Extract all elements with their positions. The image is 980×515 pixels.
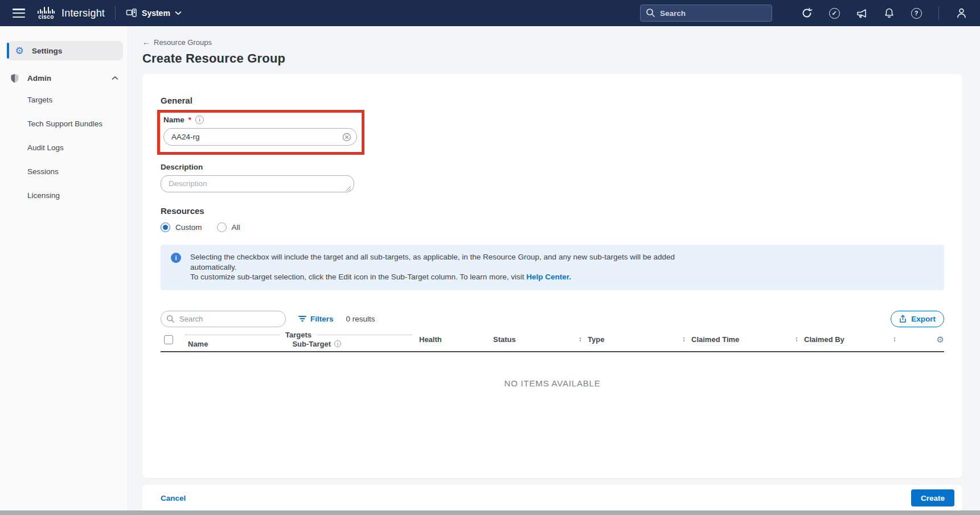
- table-header: Targets Name Sub-Target i Health Status …: [161, 331, 944, 352]
- chevron-up-icon: [112, 76, 118, 80]
- radio-unselected-icon: [217, 223, 227, 232]
- active-indicator: [7, 43, 9, 59]
- admin-shield-icon: [9, 73, 20, 83]
- resources-section-heading: Resources: [161, 206, 944, 216]
- cisco-wordmark: cisco: [38, 14, 54, 20]
- hamburger-menu-icon[interactable]: [13, 9, 25, 18]
- main-content: ← Resource Groups Create Resource Group …: [128, 26, 980, 515]
- create-resource-group-card: General Name * i Description: [142, 74, 962, 478]
- select-all-checkbox[interactable]: [164, 335, 173, 344]
- empty-state-message: NO ITEMS AVAILABLE: [161, 378, 944, 388]
- export-label: Export: [911, 315, 936, 323]
- column-header-type[interactable]: Type: [581, 331, 683, 349]
- global-search-input[interactable]: [640, 5, 772, 22]
- name-field-highlight: Name * i: [157, 110, 364, 155]
- page-title: Create Resource Group: [142, 51, 980, 66]
- column-header-health[interactable]: Health: [412, 331, 486, 349]
- table-search-input[interactable]: [161, 311, 286, 327]
- sidebar-item-targets[interactable]: Targets: [0, 88, 128, 112]
- sidebar-item-label: Admin: [27, 74, 51, 83]
- settings-gear-icon: ⚙: [14, 46, 25, 56]
- info-icon: i: [171, 253, 181, 263]
- sidebar-item-settings[interactable]: ⚙ Settings: [7, 41, 123, 60]
- column-header-status[interactable]: Status: [486, 331, 580, 349]
- column-header-sub-target[interactable]: Sub-Target i: [292, 340, 341, 348]
- scope-selector[interactable]: System: [126, 8, 182, 18]
- name-info-icon: i: [195, 116, 204, 124]
- product-name: Intersight: [61, 7, 105, 20]
- help-center-link[interactable]: Help Center.: [526, 273, 571, 281]
- name-label: Name: [163, 116, 184, 124]
- sidebar-item-label: Settings: [32, 47, 62, 55]
- filters-button[interactable]: Filters: [298, 315, 334, 323]
- sidebar: ⚙ Settings Admin Targets Tech Support Bu…: [0, 26, 128, 510]
- navbar-divider-2: [938, 6, 939, 20]
- targets-group-column: Targets Name Sub-Target i: [184, 331, 412, 349]
- bottom-strip: [0, 510, 980, 515]
- cancel-button[interactable]: Cancel: [161, 494, 186, 502]
- sidebar-item-sessions[interactable]: Sessions: [0, 159, 128, 183]
- sub-target-info-icon: i: [334, 340, 341, 347]
- column-header-claimed-by[interactable]: Claimed By: [797, 331, 894, 349]
- required-marker: *: [188, 116, 191, 124]
- radio-custom[interactable]: Custom: [161, 223, 202, 232]
- create-button[interactable]: Create: [911, 489, 954, 506]
- radio-custom-label: Custom: [175, 223, 202, 232]
- radio-all[interactable]: All: [217, 223, 240, 232]
- export-icon: [899, 315, 907, 323]
- sidebar-item-admin[interactable]: Admin: [0, 68, 128, 88]
- banner-text-line1: Selecting the checkbox will include the …: [190, 252, 686, 272]
- brand-logo: cisco Intersight: [38, 7, 105, 20]
- export-button[interactable]: Export: [891, 311, 944, 327]
- clear-input-icon[interactable]: [342, 133, 351, 142]
- table-toolbar: Filters 0 results Export: [161, 311, 944, 327]
- radio-all-label: All: [232, 223, 240, 232]
- announcements-megaphone-icon[interactable]: [855, 7, 868, 19]
- info-banner: i Selecting the checkbox will include th…: [161, 245, 944, 290]
- navbar-actions: ✓ ?: [640, 5, 967, 22]
- search-icon: [166, 315, 175, 323]
- description-textarea[interactable]: [161, 175, 354, 192]
- radio-selected-icon: [161, 223, 170, 232]
- banner-text-line2: To customize sub-target selection, click…: [190, 273, 524, 281]
- footer-action-bar: Cancel Create: [142, 485, 962, 511]
- sidebar-item-tech-support-bundles[interactable]: Tech Support Bundles: [0, 112, 128, 135]
- breadcrumb[interactable]: ← Resource Groups: [142, 38, 212, 47]
- status-check-icon[interactable]: ✓: [828, 7, 840, 19]
- cisco-logo-icon: cisco: [38, 7, 55, 20]
- notifications-bell-icon[interactable]: [883, 7, 895, 19]
- filters-label: Filters: [310, 315, 334, 323]
- back-arrow-icon: ←: [142, 38, 150, 47]
- scope-label: System: [142, 9, 170, 18]
- table-search: [161, 311, 286, 327]
- user-account-icon[interactable]: [955, 7, 967, 19]
- chevron-down-icon: [175, 11, 182, 15]
- general-section-heading: General: [161, 74, 944, 105]
- top-navbar: cisco Intersight System: [0, 0, 980, 26]
- navbar-divider: [115, 6, 116, 20]
- column-header-name[interactable]: Name: [188, 340, 208, 348]
- group-header-targets: Targets: [285, 331, 311, 339]
- resources-radio-group: Custom All: [161, 223, 944, 232]
- table-settings-gear-icon[interactable]: ⚙: [929, 331, 944, 349]
- sidebar-item-audit-logs[interactable]: Audit Logs: [0, 135, 128, 159]
- refresh-icon[interactable]: [801, 7, 813, 19]
- help-icon[interactable]: ?: [910, 7, 922, 19]
- results-count: 0 results: [346, 315, 375, 323]
- search-icon: [646, 8, 655, 18]
- filter-icon: [298, 315, 306, 322]
- system-device-icon: [126, 8, 137, 18]
- column-header-claimed-time[interactable]: Claimed Time: [684, 331, 796, 349]
- breadcrumb-label: Resource Groups: [154, 38, 212, 47]
- description-label: Description: [161, 163, 944, 171]
- global-search: [640, 5, 772, 22]
- name-input[interactable]: [163, 128, 357, 146]
- sidebar-item-licensing[interactable]: Licensing: [0, 183, 128, 207]
